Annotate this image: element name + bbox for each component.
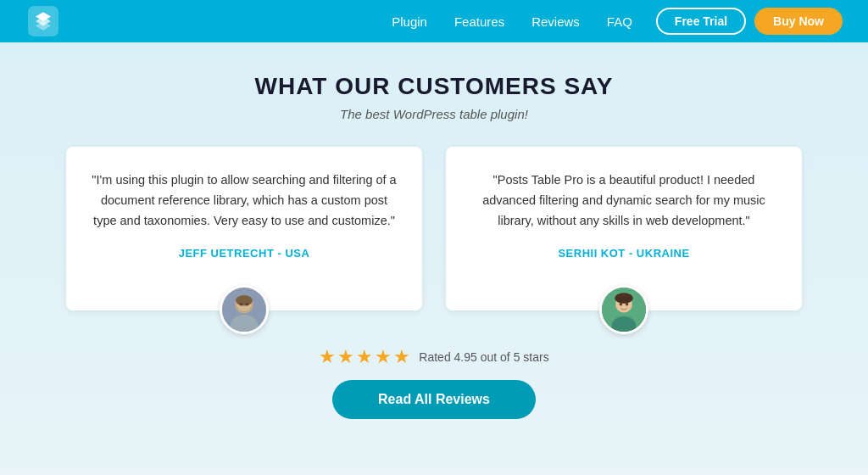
star-1: ★ — [319, 346, 336, 368]
review-text-1: "I'm using this plugin to allow searchin… — [92, 170, 397, 232]
nav-features[interactable]: Features — [454, 14, 504, 29]
main-content: WHAT OUR CUSTOMERS SAY The best WordPres… — [0, 42, 868, 475]
logo[interactable] — [25, 3, 61, 39]
review-card-1: "I'm using this plugin to allow searchin… — [66, 147, 422, 310]
avatar-serhii — [599, 285, 648, 334]
star-5: ★ — [393, 346, 410, 368]
review-text-2: "Posts Table Pro is a beautiful product!… — [471, 170, 776, 232]
review-author-1: JEFF UETRECHT - USA — [92, 247, 397, 260]
svg-point-2 — [231, 315, 258, 332]
ratings-text: Rated 4.95 out of 5 stars — [419, 350, 548, 364]
avatar-jeff — [220, 285, 269, 334]
star-rating: ★ ★ ★ ★ ★ — [319, 346, 410, 368]
svg-point-4 — [236, 295, 253, 306]
reviews-row: "I'm using this plugin to allow searchin… — [51, 147, 817, 310]
buy-now-button[interactable]: Buy Now — [754, 8, 843, 35]
nav-faq[interactable]: FAQ — [607, 14, 632, 29]
nav-plugin[interactable]: Plugin — [392, 14, 427, 29]
section-title: WHAT OUR CUSTOMERS SAY — [51, 73, 817, 100]
svg-point-5 — [240, 303, 243, 306]
section-subtitle: The best WordPress table plugin! — [51, 107, 817, 121]
review-card-2: "Posts Table Pro is a beautiful product!… — [446, 147, 802, 310]
nav-links: Plugin Features Reviews FAQ — [392, 14, 632, 29]
nav-reviews[interactable]: Reviews — [531, 14, 580, 29]
read-all-reviews-button[interactable]: Read All Reviews — [332, 380, 536, 419]
ratings-row: ★ ★ ★ ★ ★ Rated 4.95 out of 5 stars — [51, 346, 817, 368]
star-3: ★ — [356, 346, 373, 368]
svg-point-12 — [615, 293, 633, 304]
star-2: ★ — [337, 346, 354, 368]
navbar: Plugin Features Reviews FAQ Free Trial B… — [0, 0, 868, 42]
free-trial-button[interactable]: Free Trial — [656, 8, 746, 35]
review-author-2: SERHII KOT - UKRAINE — [471, 247, 776, 260]
star-4: ★ — [375, 346, 392, 368]
svg-point-6 — [246, 303, 249, 306]
